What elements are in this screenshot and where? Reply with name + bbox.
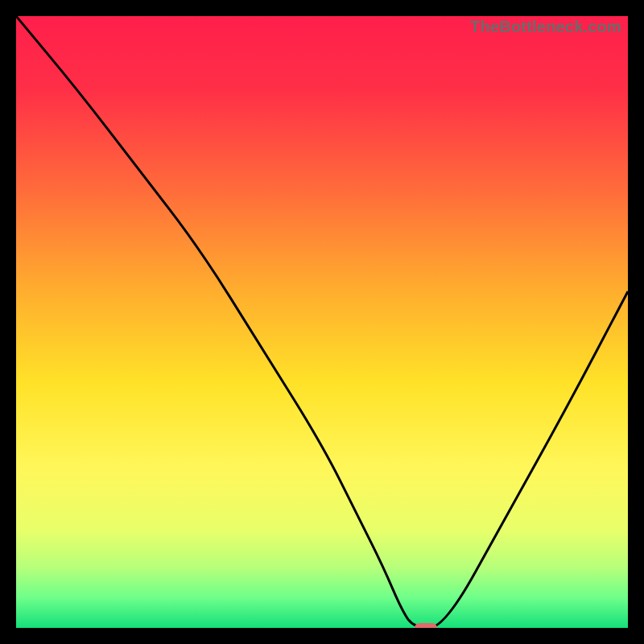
- optimal-marker: [415, 623, 437, 628]
- plot-area: TheBottleneck.com: [16, 16, 628, 628]
- watermark-text: TheBottleneck.com: [470, 18, 621, 36]
- bottleneck-curve: [16, 16, 628, 628]
- chart-frame: TheBottleneck.com: [0, 0, 644, 644]
- curve-path: [16, 16, 628, 628]
